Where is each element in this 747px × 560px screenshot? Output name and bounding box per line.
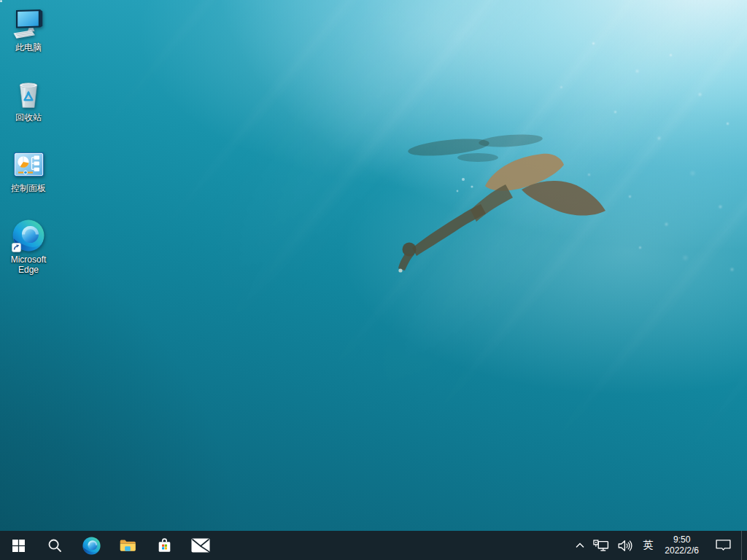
desktop-icon-this-pc[interactable]: 此电脑 [1,6,56,52]
computer-monitor-icon [11,6,46,41]
chevron-up-icon [576,542,584,548]
clock-date: 2022/2/6 [665,545,699,556]
sunray-overlay [0,0,747,560]
desktop-icon-control-panel[interactable]: 控制面板 [1,147,56,193]
system-tray: 英 9:50 2022/2/6 [571,531,747,560]
control-panel-icon [11,147,46,182]
edge-taskbar-button[interactable] [73,531,109,560]
water-sparkles [0,0,2,2]
recycle-bin-icon [11,76,46,111]
icon-label-recycle-bin: 回收站 [15,112,42,122]
freediver-silhouette [376,117,624,281]
icon-label-control-panel: 控制面板 [11,183,46,193]
ime-language-indicator[interactable]: 英 [638,531,658,560]
desktop-icon-microsoft-edge[interactable]: Microsoft Edge [1,218,56,275]
volume-tray-button[interactable] [614,531,638,560]
show-desktop-button[interactable] [741,531,747,560]
taskbar: 英 9:50 2022/2/6 [0,531,747,560]
search-icon [47,538,62,553]
windows-logo-icon [12,540,25,552]
volume-icon [618,540,633,552]
icon-label-microsoft-edge: Microsoft Edge [1,254,56,275]
mail-button[interactable] [182,531,219,560]
edge-logo-icon [82,536,101,556]
mail-envelope-icon [191,538,210,553]
network-icon [593,540,609,552]
action-center-icon [715,539,732,552]
show-hidden-icons-button[interactable] [571,531,589,560]
icon-label-this-pc: 此电脑 [15,42,42,52]
action-center-button[interactable] [705,531,741,560]
file-explorer-button[interactable] [109,531,146,560]
store-button[interactable] [146,531,182,560]
start-button[interactable] [0,531,36,560]
network-tray-button[interactable] [589,531,614,560]
taskbar-clock[interactable]: 9:50 2022/2/6 [658,534,705,556]
taskbar-left [0,531,219,560]
desktop[interactable]: 此电脑 回收站 [0,0,747,560]
store-bag-icon [155,537,174,555]
shortcut-arrow-icon [12,243,21,252]
clock-time: 9:50 [673,534,690,545]
desktop-icon-recycle-bin[interactable]: 回收站 [1,76,56,122]
folder-icon [118,536,137,555]
search-button[interactable] [36,531,73,560]
